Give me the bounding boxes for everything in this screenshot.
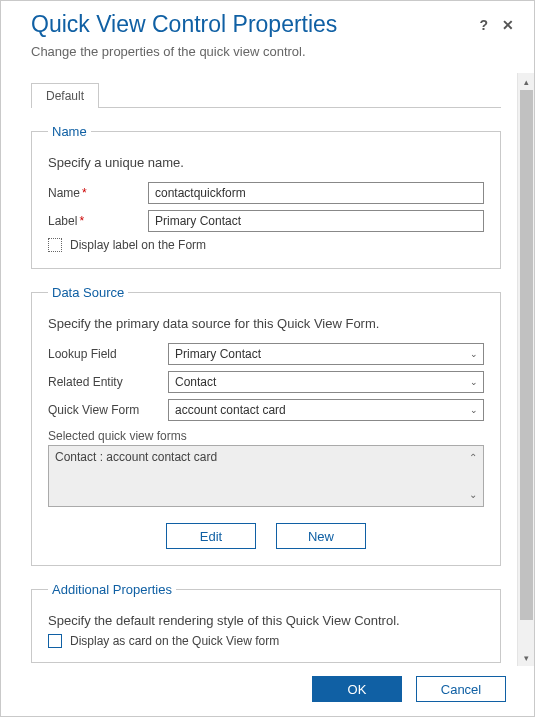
fieldset-name: Name Specify a unique name. Name * Label…: [31, 124, 501, 269]
display-label-checkbox[interactable]: [48, 238, 62, 252]
name-input[interactable]: [148, 182, 484, 204]
scroll-thumb[interactable]: [520, 90, 533, 620]
selected-forms-item: Contact : account contact card: [55, 450, 217, 464]
label-label-text: Label: [48, 214, 77, 228]
row-quick-view-form: Quick View Form account contact card ⌄: [48, 399, 484, 421]
fieldset-additional-properties: Additional Properties Specify the defaul…: [31, 582, 501, 663]
label-name-text: Name: [48, 186, 80, 200]
required-asterisk-icon: *: [79, 214, 84, 228]
row-related-entity: Related Entity Contact ⌄: [48, 371, 484, 393]
row-display-label: Display label on the Form: [48, 238, 484, 252]
label-quick-view-form: Quick View Form: [48, 403, 168, 417]
related-entity-select[interactable]: Contact ⌄: [168, 371, 484, 393]
chevron-down-icon: ⌄: [465, 377, 483, 387]
related-entity-value: Contact: [169, 375, 465, 389]
new-button[interactable]: New: [276, 523, 366, 549]
cancel-button[interactable]: Cancel: [416, 676, 506, 702]
selected-forms-list[interactable]: Contact : account contact card ⌃ ⌄: [48, 445, 484, 507]
chevron-down-icon[interactable]: ⌄: [469, 489, 477, 500]
legend-additional: Additional Properties: [48, 582, 176, 597]
row-name: Name *: [48, 182, 484, 204]
dialog-body: Default Name Specify a unique name. Name…: [1, 73, 534, 666]
chevron-up-icon[interactable]: ⌃: [469, 452, 477, 463]
tab-underline: [31, 107, 501, 108]
lookup-field-select[interactable]: Primary Contact ⌄: [168, 343, 484, 365]
dialog-subtitle: Change the properties of the quick view …: [1, 44, 534, 73]
label-lookup-field: Lookup Field: [48, 347, 168, 361]
chevron-down-icon: ⌄: [465, 349, 483, 359]
display-as-card-text: Display as card on the Quick View form: [70, 634, 279, 648]
label-related-entity: Related Entity: [48, 375, 168, 389]
ok-button[interactable]: OK: [312, 676, 402, 702]
scroll-down-arrow-icon[interactable]: ▾: [518, 649, 534, 666]
required-asterisk-icon: *: [82, 186, 87, 200]
additional-instruction: Specify the default rendering style of t…: [48, 613, 484, 628]
dialog-header: Quick View Control Properties ? ✕: [1, 1, 534, 44]
selected-forms-label: Selected quick view forms: [48, 429, 484, 443]
data-source-buttons: Edit New: [48, 523, 484, 549]
row-label: Label *: [48, 210, 484, 232]
dialog-footer: OK Cancel: [1, 666, 534, 716]
chevron-down-icon: ⌄: [465, 405, 483, 415]
quick-view-form-select[interactable]: account contact card ⌄: [168, 399, 484, 421]
header-icons: ? ✕: [479, 17, 514, 33]
scroll-up-arrow-icon[interactable]: ▴: [518, 73, 534, 90]
name-instruction: Specify a unique name.: [48, 155, 484, 170]
tab-strip: Default: [31, 83, 501, 108]
row-lookup-field: Lookup Field Primary Contact ⌄: [48, 343, 484, 365]
content-area: Default Name Specify a unique name. Name…: [1, 73, 517, 666]
legend-name: Name: [48, 124, 91, 139]
display-label-text: Display label on the Form: [70, 238, 206, 252]
display-as-card-checkbox[interactable]: [48, 634, 62, 648]
lookup-field-value: Primary Contact: [169, 347, 465, 361]
dialog-title: Quick View Control Properties: [31, 11, 479, 38]
label-label: Label *: [48, 214, 148, 228]
vertical-scrollbar[interactable]: ▴ ▾: [517, 73, 534, 666]
label-name: Name *: [48, 186, 148, 200]
row-display-as-card: Display as card on the Quick View form: [48, 634, 484, 648]
tab-default[interactable]: Default: [31, 83, 99, 108]
legend-data-source: Data Source: [48, 285, 128, 300]
label-input[interactable]: [148, 210, 484, 232]
data-source-instruction: Specify the primary data source for this…: [48, 316, 484, 331]
help-icon[interactable]: ?: [479, 17, 488, 33]
fieldset-data-source: Data Source Specify the primary data sou…: [31, 285, 501, 566]
quick-view-form-value: account contact card: [169, 403, 465, 417]
dialog-quick-view-properties: Quick View Control Properties ? ✕ Change…: [0, 0, 535, 717]
edit-button[interactable]: Edit: [166, 523, 256, 549]
close-icon[interactable]: ✕: [502, 17, 514, 33]
